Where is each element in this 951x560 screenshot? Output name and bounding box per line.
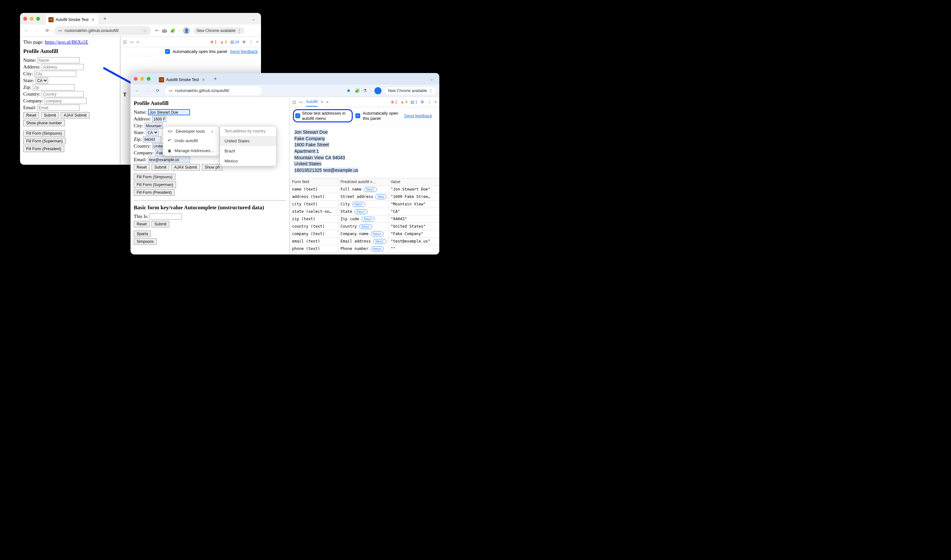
close-window-button[interactable] xyxy=(23,17,27,21)
submit-button[interactable]: Submit xyxy=(151,164,169,171)
close-window-button[interactable] xyxy=(134,77,138,81)
reload-button[interactable]: ⟳ xyxy=(44,28,51,34)
fill-superman-button[interactable]: Fill Form (Superman) xyxy=(23,138,66,145)
address-bar[interactable]: ⊶ rsolomakhin.github.io/autofill/ ☆ xyxy=(54,26,151,35)
show-test-addresses-checkbox[interactable]: ✓ xyxy=(295,113,300,118)
th-value[interactable]: Value xyxy=(389,178,439,186)
update-chrome-chip[interactable]: New Chrome available ⋮ xyxy=(385,87,436,94)
window-menu-button[interactable]: ⌄ xyxy=(249,17,258,21)
state-select[interactable]: CA xyxy=(146,129,158,135)
auto-open-checkbox[interactable]: ✓ xyxy=(355,113,360,118)
table-row[interactable]: state (select-on…State heur"CA" xyxy=(290,208,439,215)
inspect-icon[interactable]: ◫ xyxy=(292,100,296,104)
kebab-icon[interactable]: ⋮ xyxy=(427,100,431,104)
messages-badge[interactable]: ▤ 14 xyxy=(230,40,239,44)
error-badge[interactable]: ⊗ 1 xyxy=(391,100,397,104)
submit-button[interactable]: Submit xyxy=(41,112,59,118)
site-settings-icon[interactable]: ⊶ xyxy=(58,28,62,33)
extensions-icon[interactable]: 🧩 xyxy=(170,28,175,33)
table-row[interactable]: name (text)Full name heur"Jon Stewart Do… xyxy=(290,186,439,193)
reset-button[interactable]: Reset xyxy=(134,164,149,171)
forward-button[interactable]: → xyxy=(34,28,40,34)
city-field[interactable] xyxy=(145,123,163,129)
email-field[interactable] xyxy=(148,157,190,163)
kebab-icon[interactable]: ⋮ xyxy=(249,40,253,44)
name-field[interactable] xyxy=(148,109,190,115)
back-button[interactable]: ← xyxy=(23,28,30,34)
show-phone-button[interactable]: Show ph xyxy=(202,164,223,171)
inspect-icon[interactable]: ◫ xyxy=(123,40,127,44)
table-row[interactable]: country (text)Country heur"United States… xyxy=(290,223,439,230)
address-bar[interactable]: ⊶ rsolomakhin.github.io/autofill/ xyxy=(165,86,262,95)
submit-button-2[interactable]: Submit xyxy=(151,221,169,228)
profile-avatar[interactable]: 👤 xyxy=(374,87,382,94)
address-field[interactable] xyxy=(42,64,84,70)
address-field[interactable] xyxy=(152,116,166,122)
error-badge[interactable]: ⊗ 1 xyxy=(210,40,217,44)
browser-tab[interactable]: 🍂 Autofill Smoke Test × xyxy=(156,75,209,85)
table-row[interactable]: city (text)City heur"Mountain View" xyxy=(290,200,439,208)
fill-simpsons-button[interactable]: Fill Form (Simpsons) xyxy=(23,130,65,137)
ajax-submit-button[interactable]: AJAX Submit xyxy=(61,112,89,118)
table-row[interactable]: address (text)Street address heu"1600 Fa… xyxy=(290,193,439,200)
send-feedback-link[interactable]: Send feedback xyxy=(404,113,432,118)
minimize-window-button[interactable] xyxy=(30,17,34,21)
new-tab-button[interactable]: + xyxy=(211,75,220,82)
profile-avatar[interactable]: 👤 xyxy=(183,27,190,34)
th-predicted[interactable]: Predicted autofill v… xyxy=(339,178,389,186)
close-tab-icon[interactable]: × xyxy=(321,100,323,104)
bookmark-star-icon[interactable]: ☆ xyxy=(143,28,147,34)
minimize-window-button[interactable] xyxy=(140,77,144,81)
zip-field[interactable] xyxy=(32,84,75,91)
country-item-brazil[interactable]: Brazil xyxy=(220,146,276,156)
close-devtools-button[interactable]: × xyxy=(434,100,437,104)
country-item-mexico[interactable]: Mexico xyxy=(220,156,276,166)
table-row[interactable]: email (text)Email address heur"test@exam… xyxy=(290,238,439,245)
fill-president-button[interactable]: Fill Form (President) xyxy=(23,146,64,152)
autofill-tab[interactable]: Autofill xyxy=(306,100,317,106)
developer-tools-item[interactable]: <> Developer tools › xyxy=(163,126,219,137)
device-icon[interactable]: ▭ xyxy=(130,40,134,44)
close-tab-button[interactable]: × xyxy=(201,77,206,82)
update-chrome-chip[interactable]: New Chrome available ⋮ xyxy=(193,27,245,34)
close-devtools-button[interactable]: × xyxy=(256,40,259,44)
maximize-window-button[interactable] xyxy=(147,77,151,81)
name-field[interactable] xyxy=(37,57,80,63)
maximize-window-button[interactable] xyxy=(36,17,40,21)
warning-badge[interactable]: ▲ 4 xyxy=(400,100,408,104)
labs-icon[interactable]: ⚗ xyxy=(363,88,367,93)
warning-badge[interactable]: ▲ 4 xyxy=(220,40,227,44)
more-tabs-icon[interactable]: » xyxy=(137,40,139,44)
bookmark-star-icon[interactable]: ★ xyxy=(346,88,351,94)
browser-tab[interactable]: 🍂 Autofill Smoke Test × xyxy=(46,15,98,25)
robot-icon[interactable]: 🤖 xyxy=(162,28,167,33)
auto-open-checkbox[interactable]: ✓ xyxy=(165,49,170,54)
reset-button-2[interactable]: Reset xyxy=(134,221,149,228)
messages-badge[interactable]: ▤ 1 xyxy=(411,100,417,104)
undo-autofill-item[interactable]: ↶ Undo autofill xyxy=(163,135,219,146)
table-row[interactable]: company (text)Company name heur"Fake Com… xyxy=(290,230,439,238)
country-item-us[interactable]: United States xyxy=(220,136,276,146)
settings-icon[interactable]: ⚙ xyxy=(242,40,246,44)
fill-superman-button[interactable]: Fill Form (Superman) xyxy=(134,182,176,188)
city-field[interactable] xyxy=(34,71,76,77)
sparta-button[interactable]: Sparta xyxy=(134,231,151,237)
more-tabs-icon[interactable]: » xyxy=(326,100,329,104)
reset-button[interactable]: Reset xyxy=(23,112,39,118)
forward-button[interactable]: → xyxy=(144,88,151,94)
send-feedback-link[interactable]: Send feedback xyxy=(230,49,258,54)
new-tab-button[interactable]: + xyxy=(101,15,109,22)
window-menu-button[interactable]: ⌄ xyxy=(427,77,436,82)
settings-icon[interactable]: ⚙ xyxy=(420,100,424,104)
table-row[interactable]: zip (text)Zip code heur"94043" xyxy=(290,215,439,223)
this-is-field[interactable] xyxy=(149,214,182,220)
manage-addresses-item[interactable]: ◉ Manage Addresses… xyxy=(163,146,219,156)
back-button[interactable]: ← xyxy=(134,88,140,94)
extensions-icon[interactable]: 🧩 xyxy=(355,88,360,93)
ajax-submit-button[interactable]: AJAX Submit xyxy=(171,164,200,171)
country-field[interactable] xyxy=(42,91,84,97)
show-phone-button[interactable]: Show phone number xyxy=(23,120,65,126)
th-form-field[interactable]: Form field xyxy=(290,178,339,186)
reload-button[interactable]: ⟳ xyxy=(154,88,161,94)
close-tab-button[interactable]: × xyxy=(91,17,95,22)
